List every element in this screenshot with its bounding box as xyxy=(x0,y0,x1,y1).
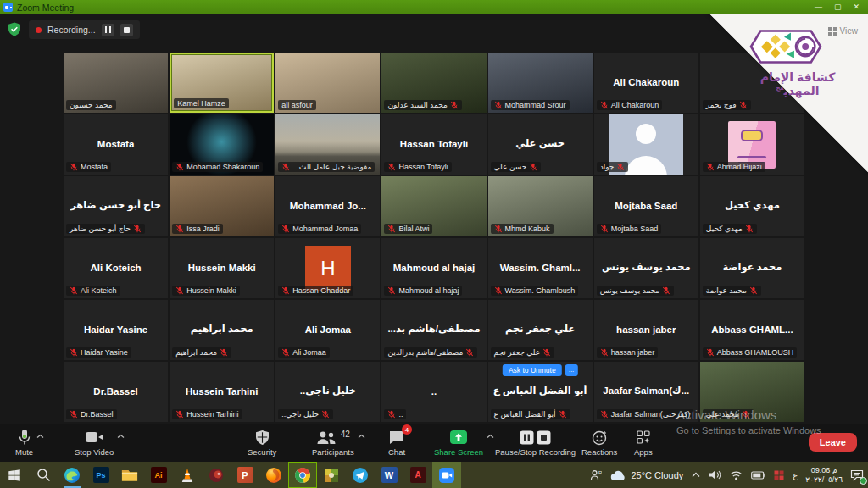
mute-label: Mute xyxy=(15,447,33,457)
participant-tile[interactable]: Ali ChakarounAli Chakaroun xyxy=(594,53,698,113)
participant-tile[interactable]: MostafaMostafa xyxy=(64,114,168,175)
firefox-icon[interactable] xyxy=(259,462,288,488)
colorful-app-icon[interactable] xyxy=(317,462,346,488)
powerpoint-icon[interactable]: P xyxy=(231,462,259,488)
participant-tile[interactable]: Abbass GHAML...Abbass GHAMLOUSH xyxy=(700,300,804,360)
action-center-icon[interactable] xyxy=(846,462,868,488)
participant-tile[interactable]: Haidar YasineHaidar Yasine xyxy=(64,300,168,360)
participant-tile[interactable]: ali asfour xyxy=(275,53,380,113)
security-button[interactable]: Security xyxy=(248,428,276,457)
participant-tile[interactable]: حاج أبو حسن ضاهرحاج أبو حسن ضاهر xyxy=(64,176,168,236)
participant-tile[interactable]: علي جعفر نجمعلي جعفر نجم xyxy=(488,300,593,360)
maximize-button[interactable]: ▢ xyxy=(834,0,842,14)
participant-tile[interactable]: خليل ناجي..خليل ناجي.. xyxy=(275,362,380,422)
participant-tile[interactable]: Dr.BasselDr.Bassel xyxy=(64,362,168,422)
window-title: Zoom Meeting xyxy=(17,3,74,13)
participant-tile[interactable]: مصطفى/هاشم بد...مصطفى/هاشم بدرالدين xyxy=(381,300,486,360)
zoom-taskbar-icon[interactable] xyxy=(432,462,461,488)
close-button[interactable]: ✕ xyxy=(853,0,860,14)
start-button[interactable] xyxy=(0,462,29,488)
stop-icon[interactable] xyxy=(537,430,551,445)
pause-stop-recording-button[interactable]: Pause/Stop Recording xyxy=(495,428,576,457)
participants-chevron-icon[interactable] xyxy=(358,434,365,439)
ask-to-unmute-button[interactable]: Ask to Unmute xyxy=(503,364,562,376)
participant-tile[interactable]: Hussein TarhiniHussein Tarhini xyxy=(170,362,274,422)
participant-tile[interactable]: Ahmad Hijazi xyxy=(700,114,804,175)
photoshop-icon[interactable]: Ps xyxy=(86,462,115,488)
reactions-button[interactable]: Reactions xyxy=(581,428,617,457)
pause-recording-button[interactable] xyxy=(102,24,114,36)
participant-tile[interactable]: محمد ابراهيممحمد ابراهيم xyxy=(170,300,274,360)
network-icon[interactable] xyxy=(726,462,747,488)
participant-display-name: Haidar Yasine xyxy=(65,324,166,334)
search-icon[interactable] xyxy=(29,462,58,488)
participants-button[interactable]: 42 Participants xyxy=(312,428,354,457)
participant-tile[interactable]: Hassan TofayliHassan Tofayli xyxy=(381,114,486,175)
view-button[interactable]: View xyxy=(828,26,859,36)
telegram-icon[interactable] xyxy=(346,462,375,488)
taskbar-clock[interactable]: 09:06 م٢٠٢٢/٠٥/٢٦ xyxy=(802,462,846,488)
apps-button[interactable]: Apps xyxy=(634,428,653,457)
mute-chevron-icon[interactable] xyxy=(36,434,44,439)
participant-tile[interactable]: Mojtaba SaadMojtaba Saad xyxy=(594,176,698,236)
language-indicator[interactable]: ع xyxy=(788,462,802,488)
participant-tile[interactable]: Ali JomaaAli Jomaa xyxy=(275,300,380,360)
battery-icon[interactable] xyxy=(747,462,770,488)
participant-tile[interactable]: Kamel Hamze xyxy=(170,53,274,113)
participant-tile[interactable]: محمد حسيون xyxy=(64,53,168,113)
meeting-info-shield-icon[interactable] xyxy=(8,22,21,36)
participant-tile[interactable]: Mohammad Jo...Mohammad Jomaa xyxy=(275,176,380,236)
word-icon[interactable]: W xyxy=(375,462,403,488)
participant-tile[interactable]: محمد السيد عدلون xyxy=(381,53,486,113)
participant-name-text: محمد يوسف يونس xyxy=(600,286,660,295)
participant-tile[interactable]: Jaafar Salman(ك...Jaafar Salman(كفرحتى) xyxy=(594,362,698,422)
participant-tile[interactable]: مهدي كحيلمهدي كحيل xyxy=(700,176,804,236)
muted-mic-icon xyxy=(600,348,609,357)
red-grid-tray-icon[interactable] xyxy=(770,462,788,488)
participant-tile[interactable]: Bilal Atwi xyxy=(381,176,486,236)
edge-icon[interactable] xyxy=(58,462,86,488)
illustrator-icon[interactable]: Ai xyxy=(144,462,173,488)
more-options-button[interactable]: ... xyxy=(565,364,578,376)
participant-name-label: محمد ابراهيم xyxy=(172,347,231,358)
participant-tile[interactable]: Mhmd Kabuk xyxy=(488,176,593,236)
participant-tile[interactable]: فوج يحمر xyxy=(700,53,804,113)
pause-icon[interactable] xyxy=(520,430,534,445)
file-explorer-icon[interactable] xyxy=(115,462,144,488)
minimize-button[interactable]: — xyxy=(815,0,822,14)
participant-tile[interactable]: Mohammad Srour xyxy=(488,53,593,113)
leave-button[interactable]: Leave xyxy=(809,433,857,452)
mute-button[interactable]: Mute xyxy=(15,428,33,457)
participant-tile[interactable]: جواد xyxy=(594,114,698,175)
participant-tile[interactable]: حسن عليحسن علي xyxy=(488,114,593,175)
participant-tile[interactable]: Ali KoteichAli Koteich xyxy=(64,238,168,298)
stop-recording-button[interactable] xyxy=(120,24,133,36)
chat-button[interactable]: 4 Chat xyxy=(388,428,405,457)
participant-tile[interactable]: أبو الفضل العباس عAsk to Unmute...أبو ال… xyxy=(488,362,593,422)
stop-video-chevron-icon[interactable] xyxy=(117,434,125,439)
participant-tile[interactable]: ...مفوضية جبل عامل الث xyxy=(275,114,380,175)
acrobat-icon[interactable]: A xyxy=(403,462,432,488)
participant-tile[interactable]: Mahmoud al hajajMahmoud al hajaj xyxy=(381,238,486,298)
chrome-icon[interactable] xyxy=(288,462,317,488)
participant-tile[interactable]: Wassim. Ghaml...Wassim. Ghamloush xyxy=(488,238,593,298)
participant-tile[interactable]: محمد علي xyxy=(700,362,804,422)
participant-tile[interactable]: Mohamad Shakaroun xyxy=(170,114,274,175)
share-chevron-icon[interactable] xyxy=(487,434,494,439)
participant-tile[interactable]: HHassan Ghaddar xyxy=(275,238,380,298)
stop-video-button[interactable]: Stop Video xyxy=(75,428,114,457)
vlc-icon[interactable] xyxy=(173,462,202,488)
participant-tile[interactable]: محمد يوسف يونسمحمد يوسف يونس xyxy=(594,238,698,298)
weather-widget[interactable]: 25°C Cloudy xyxy=(606,462,687,488)
participant-name-text: Mahmoud al hajaj xyxy=(398,286,459,295)
volume-icon[interactable] xyxy=(704,462,726,488)
participant-tile[interactable]: محمد عواضةمحمد عواضة xyxy=(700,238,804,298)
participant-tile[interactable]: .... xyxy=(381,362,486,422)
participant-tile[interactable]: Hussein MakkiHussein Makki xyxy=(170,238,274,298)
share-screen-button[interactable]: Share Screen xyxy=(434,428,483,457)
tray-contact-icon[interactable]: R xyxy=(586,462,606,488)
tray-chevron-up-icon[interactable] xyxy=(687,462,704,488)
media-app-icon[interactable] xyxy=(202,462,231,488)
participant-tile[interactable]: hassan jaberhassan jaber xyxy=(594,300,698,360)
participant-tile[interactable]: Issa Jradi xyxy=(170,176,274,236)
